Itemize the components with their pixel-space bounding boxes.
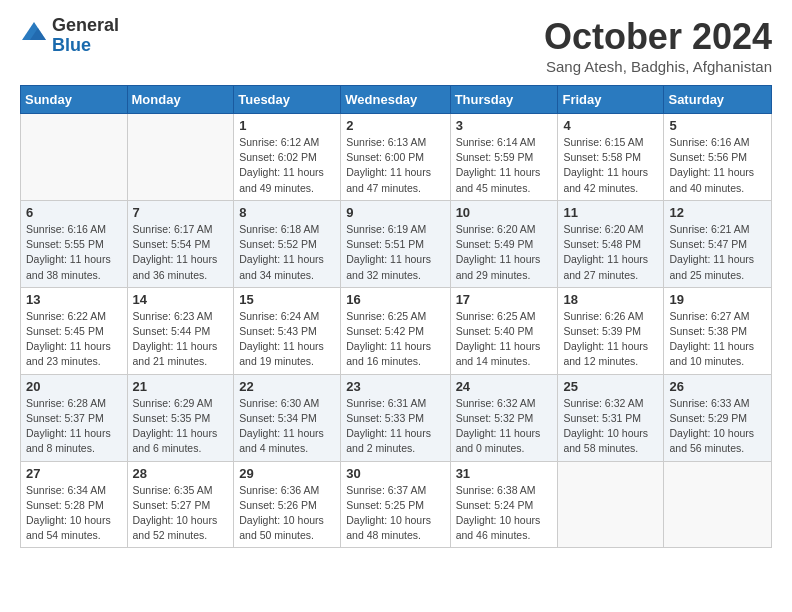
logo-text: General Blue [52, 16, 119, 56]
day-number: 11 [563, 205, 658, 220]
header-wednesday: Wednesday [341, 86, 450, 114]
day-info: Sunrise: 6:27 AM Sunset: 5:38 PM Dayligh… [669, 309, 766, 370]
calendar-cell: 20Sunrise: 6:28 AM Sunset: 5:37 PM Dayli… [21, 374, 128, 461]
day-info: Sunrise: 6:20 AM Sunset: 5:49 PM Dayligh… [456, 222, 553, 283]
logo: General Blue [20, 16, 119, 56]
day-info: Sunrise: 6:37 AM Sunset: 5:25 PM Dayligh… [346, 483, 444, 544]
calendar-cell: 27Sunrise: 6:34 AM Sunset: 5:28 PM Dayli… [21, 461, 128, 548]
day-number: 19 [669, 292, 766, 307]
day-number: 29 [239, 466, 335, 481]
header-thursday: Thursday [450, 86, 558, 114]
day-info: Sunrise: 6:19 AM Sunset: 5:51 PM Dayligh… [346, 222, 444, 283]
day-number: 2 [346, 118, 444, 133]
day-number: 23 [346, 379, 444, 394]
calendar-cell [21, 114, 128, 201]
day-info: Sunrise: 6:23 AM Sunset: 5:44 PM Dayligh… [133, 309, 229, 370]
day-info: Sunrise: 6:18 AM Sunset: 5:52 PM Dayligh… [239, 222, 335, 283]
header-monday: Monday [127, 86, 234, 114]
calendar-cell: 25Sunrise: 6:32 AM Sunset: 5:31 PM Dayli… [558, 374, 664, 461]
day-number: 24 [456, 379, 553, 394]
day-number: 9 [346, 205, 444, 220]
calendar-cell: 9Sunrise: 6:19 AM Sunset: 5:51 PM Daylig… [341, 200, 450, 287]
week-row-4: 20Sunrise: 6:28 AM Sunset: 5:37 PM Dayli… [21, 374, 772, 461]
day-info: Sunrise: 6:29 AM Sunset: 5:35 PM Dayligh… [133, 396, 229, 457]
day-info: Sunrise: 6:21 AM Sunset: 5:47 PM Dayligh… [669, 222, 766, 283]
calendar-cell: 24Sunrise: 6:32 AM Sunset: 5:32 PM Dayli… [450, 374, 558, 461]
week-row-2: 6Sunrise: 6:16 AM Sunset: 5:55 PM Daylig… [21, 200, 772, 287]
day-info: Sunrise: 6:30 AM Sunset: 5:34 PM Dayligh… [239, 396, 335, 457]
day-number: 27 [26, 466, 122, 481]
day-info: Sunrise: 6:13 AM Sunset: 6:00 PM Dayligh… [346, 135, 444, 196]
calendar-table: Sunday Monday Tuesday Wednesday Thursday… [20, 85, 772, 548]
calendar-cell: 11Sunrise: 6:20 AM Sunset: 5:48 PM Dayli… [558, 200, 664, 287]
calendar-cell [127, 114, 234, 201]
calendar-cell: 16Sunrise: 6:25 AM Sunset: 5:42 PM Dayli… [341, 287, 450, 374]
day-info: Sunrise: 6:32 AM Sunset: 5:32 PM Dayligh… [456, 396, 553, 457]
calendar-cell: 29Sunrise: 6:36 AM Sunset: 5:26 PM Dayli… [234, 461, 341, 548]
day-info: Sunrise: 6:38 AM Sunset: 5:24 PM Dayligh… [456, 483, 553, 544]
calendar-cell: 17Sunrise: 6:25 AM Sunset: 5:40 PM Dayli… [450, 287, 558, 374]
calendar-cell [664, 461, 772, 548]
week-row-3: 13Sunrise: 6:22 AM Sunset: 5:45 PM Dayli… [21, 287, 772, 374]
calendar-cell: 15Sunrise: 6:24 AM Sunset: 5:43 PM Dayli… [234, 287, 341, 374]
header-saturday: Saturday [664, 86, 772, 114]
calendar-cell: 18Sunrise: 6:26 AM Sunset: 5:39 PM Dayli… [558, 287, 664, 374]
day-number: 18 [563, 292, 658, 307]
day-number: 1 [239, 118, 335, 133]
day-info: Sunrise: 6:15 AM Sunset: 5:58 PM Dayligh… [563, 135, 658, 196]
header-sunday: Sunday [21, 86, 128, 114]
day-number: 22 [239, 379, 335, 394]
day-number: 21 [133, 379, 229, 394]
day-info: Sunrise: 6:16 AM Sunset: 5:56 PM Dayligh… [669, 135, 766, 196]
day-number: 7 [133, 205, 229, 220]
day-number: 13 [26, 292, 122, 307]
calendar-cell: 26Sunrise: 6:33 AM Sunset: 5:29 PM Dayli… [664, 374, 772, 461]
day-number: 26 [669, 379, 766, 394]
day-number: 10 [456, 205, 553, 220]
month-title: October 2024 [544, 16, 772, 58]
day-info: Sunrise: 6:25 AM Sunset: 5:40 PM Dayligh… [456, 309, 553, 370]
header-tuesday: Tuesday [234, 86, 341, 114]
calendar-cell: 12Sunrise: 6:21 AM Sunset: 5:47 PM Dayli… [664, 200, 772, 287]
day-number: 6 [26, 205, 122, 220]
day-number: 17 [456, 292, 553, 307]
day-info: Sunrise: 6:32 AM Sunset: 5:31 PM Dayligh… [563, 396, 658, 457]
day-info: Sunrise: 6:24 AM Sunset: 5:43 PM Dayligh… [239, 309, 335, 370]
day-number: 5 [669, 118, 766, 133]
calendar-cell: 21Sunrise: 6:29 AM Sunset: 5:35 PM Dayli… [127, 374, 234, 461]
header-friday: Friday [558, 86, 664, 114]
calendar-page: General Blue October 2024 Sang Atesh, Ba… [0, 0, 792, 564]
day-info: Sunrise: 6:31 AM Sunset: 5:33 PM Dayligh… [346, 396, 444, 457]
day-info: Sunrise: 6:26 AM Sunset: 5:39 PM Dayligh… [563, 309, 658, 370]
header-row: Sunday Monday Tuesday Wednesday Thursday… [21, 86, 772, 114]
day-info: Sunrise: 6:25 AM Sunset: 5:42 PM Dayligh… [346, 309, 444, 370]
calendar-cell: 4Sunrise: 6:15 AM Sunset: 5:58 PM Daylig… [558, 114, 664, 201]
calendar-cell: 22Sunrise: 6:30 AM Sunset: 5:34 PM Dayli… [234, 374, 341, 461]
day-number: 3 [456, 118, 553, 133]
calendar-cell [558, 461, 664, 548]
day-info: Sunrise: 6:35 AM Sunset: 5:27 PM Dayligh… [133, 483, 229, 544]
calendar-cell: 2Sunrise: 6:13 AM Sunset: 6:00 PM Daylig… [341, 114, 450, 201]
day-number: 12 [669, 205, 766, 220]
day-number: 16 [346, 292, 444, 307]
day-number: 25 [563, 379, 658, 394]
week-row-5: 27Sunrise: 6:34 AM Sunset: 5:28 PM Dayli… [21, 461, 772, 548]
day-info: Sunrise: 6:22 AM Sunset: 5:45 PM Dayligh… [26, 309, 122, 370]
day-number: 20 [26, 379, 122, 394]
calendar-cell: 23Sunrise: 6:31 AM Sunset: 5:33 PM Dayli… [341, 374, 450, 461]
day-info: Sunrise: 6:14 AM Sunset: 5:59 PM Dayligh… [456, 135, 553, 196]
day-info: Sunrise: 6:12 AM Sunset: 6:02 PM Dayligh… [239, 135, 335, 196]
calendar-cell: 5Sunrise: 6:16 AM Sunset: 5:56 PM Daylig… [664, 114, 772, 201]
day-number: 14 [133, 292, 229, 307]
day-number: 31 [456, 466, 553, 481]
calendar-cell: 10Sunrise: 6:20 AM Sunset: 5:49 PM Dayli… [450, 200, 558, 287]
calendar-cell: 6Sunrise: 6:16 AM Sunset: 5:55 PM Daylig… [21, 200, 128, 287]
day-number: 28 [133, 466, 229, 481]
calendar-cell: 19Sunrise: 6:27 AM Sunset: 5:38 PM Dayli… [664, 287, 772, 374]
day-info: Sunrise: 6:28 AM Sunset: 5:37 PM Dayligh… [26, 396, 122, 457]
location: Sang Atesh, Badghis, Afghanistan [544, 58, 772, 75]
day-number: 30 [346, 466, 444, 481]
calendar-cell: 31Sunrise: 6:38 AM Sunset: 5:24 PM Dayli… [450, 461, 558, 548]
day-number: 15 [239, 292, 335, 307]
day-info: Sunrise: 6:34 AM Sunset: 5:28 PM Dayligh… [26, 483, 122, 544]
